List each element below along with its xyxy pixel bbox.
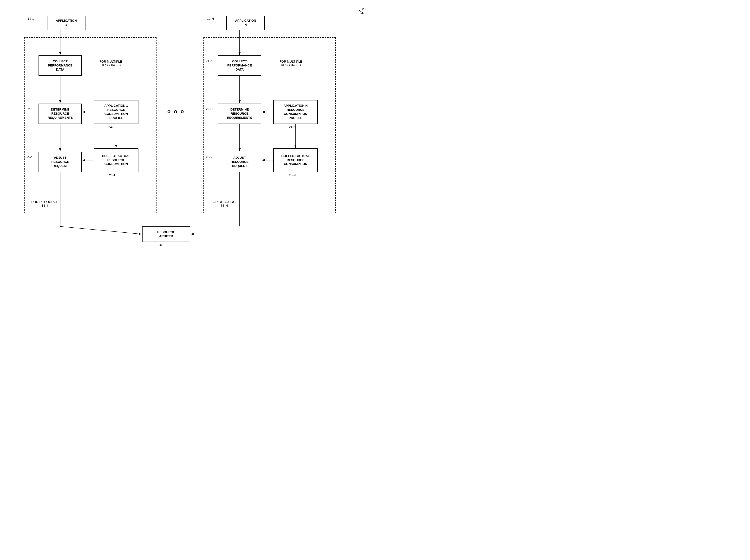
right-profile-ref: 24-N	[289, 125, 296, 129]
left-determine-box: DETERMINERESOURCEREQUIREMENTS	[39, 104, 82, 124]
right-adjust-ref: 25-N	[206, 155, 212, 159]
arbiter-ref: 26	[158, 243, 162, 247]
right-resource-label: FOR RESOURCE11-N	[211, 200, 238, 207]
app1-ref: 12-1	[28, 17, 34, 20]
left-for-multiple: FOR MULTIPLERESOURCES	[94, 60, 128, 67]
resource-arbiter-box: RESOURCEARBITER	[142, 226, 190, 242]
diagram: 20 APPLICATION1 12-1 FOR RESOURCE11-1 CO…	[0, 0, 375, 280]
right-for-multiple: FOR MULTIPLERESOURCES	[274, 60, 308, 67]
left-collect-actual-box: COLLECT ACTUALRESOURCECONSUMPTION	[94, 148, 138, 172]
left-adjust-ref: 25-1	[26, 155, 33, 159]
left-profile-box: APPLICATION 1RESOURCECONSUMPTIONPROFILE	[94, 100, 138, 124]
right-determine-box: DETERMINERESOURCEREQUIREMENTS	[218, 104, 261, 124]
left-collect-perf-box: COLLECTPERFORMANCEDATA	[39, 55, 82, 76]
left-adjust-box: ADJUSTRESOURCEREQUEST	[39, 152, 82, 172]
right-collect-actual-box: COLLECT ACTUALRESOURCECONSUMPTION	[273, 148, 318, 172]
app1-box: APPLICATION1	[47, 16, 85, 30]
left-collect-ref: 21-1	[26, 59, 33, 63]
right-actual-ref: 23-N	[289, 174, 296, 177]
right-collect-ref: 21-N	[206, 59, 212, 63]
right-profile-box: APPLICATION NRESOURCECONSUMPTIONPROFILE	[273, 100, 318, 124]
appN-ref: 12-N	[207, 17, 214, 20]
left-actual-ref: 23-1	[109, 174, 115, 177]
dots: o o o	[167, 108, 185, 115]
left-profile-ref: 24-1	[108, 125, 115, 129]
svg-line-8	[60, 226, 142, 234]
right-determine-ref: 22-N	[206, 107, 212, 111]
right-adjust-box: ADJUSTRESOURCEREQUEST	[218, 152, 261, 172]
appN-box: APPLICATIONN	[226, 16, 265, 30]
right-collect-perf-box: COLLECTPERFORMANCEDATA	[218, 55, 261, 76]
left-resource-label: FOR RESOURCE11-1	[31, 200, 59, 207]
left-determine-ref: 22-1	[26, 107, 33, 111]
svg-line-22	[360, 13, 364, 14]
figure-number: 20	[362, 7, 365, 11]
